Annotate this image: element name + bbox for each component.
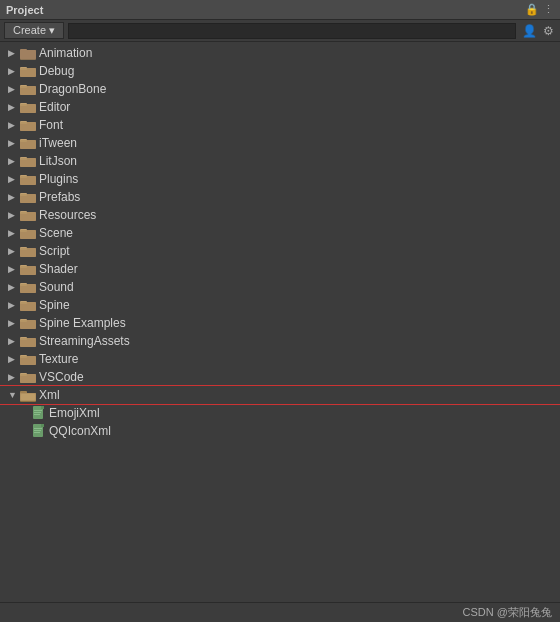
svg-rect-5	[20, 68, 36, 77]
watermark-bar: CSDN @荣阳兔兔	[0, 602, 560, 622]
svg-rect-41	[20, 284, 36, 293]
project-window: Project 🔒 ⋮ Create ▾ 👤 ⚙ ▶ Animation	[0, 0, 560, 622]
svg-rect-2	[20, 50, 36, 59]
folder-icon	[20, 119, 36, 132]
list-item[interactable]: ▶ Animation	[0, 44, 560, 62]
arrow-icon: ▶	[8, 66, 20, 76]
svg-rect-47	[20, 320, 36, 329]
file-tree[interactable]: ▶ Animation ▶ Debug ▶	[0, 42, 560, 602]
arrow-icon: ▶	[8, 300, 20, 310]
folder-icon	[20, 281, 36, 294]
watermark-text: CSDN @荣阳兔兔	[463, 605, 552, 620]
folder-icon	[20, 263, 36, 276]
arrow-icon: ▼	[8, 390, 20, 400]
svg-rect-65	[34, 412, 41, 413]
list-item[interactable]: ▶ QQIconXml	[0, 422, 560, 440]
arrow-icon: ▶	[8, 120, 20, 130]
item-label: Xml	[39, 388, 60, 402]
arrow-icon: ▶	[8, 228, 20, 238]
arrow-icon: ▶	[8, 138, 20, 148]
svg-rect-60	[21, 394, 35, 400]
list-item[interactable]: ▶ DragonBone	[0, 80, 560, 98]
arrow-icon: ▶	[8, 210, 20, 220]
list-item[interactable]: ▼ Xml	[0, 386, 560, 404]
arrow-icon: ▶	[8, 282, 20, 292]
item-label: DragonBone	[39, 82, 106, 96]
list-item[interactable]: ▶ iTween	[0, 134, 560, 152]
folder-icon	[20, 137, 36, 150]
item-label: Texture	[39, 352, 78, 366]
search-input[interactable]	[68, 23, 516, 39]
list-item[interactable]: ▶ Resources	[0, 206, 560, 224]
folder-icon	[20, 209, 36, 222]
arrow-icon: ▶	[8, 246, 20, 256]
svg-rect-50	[20, 338, 36, 347]
arrow-icon: ▶	[8, 264, 20, 274]
list-item[interactable]: ▶ Editor	[0, 98, 560, 116]
folder-icon	[20, 335, 36, 348]
svg-rect-71	[34, 430, 41, 431]
list-item[interactable]: ▶ Script	[0, 242, 560, 260]
svg-rect-64	[34, 410, 42, 411]
arrow-icon: ▶	[8, 336, 20, 346]
svg-rect-35	[20, 248, 36, 257]
svg-rect-69	[41, 424, 44, 427]
item-label: VSCode	[39, 370, 84, 384]
list-item[interactable]: ▶ Debug	[0, 62, 560, 80]
item-label: Resources	[39, 208, 96, 222]
list-item[interactable]: ▶ Plugins	[0, 170, 560, 188]
svg-rect-32	[20, 230, 36, 239]
list-item[interactable]: ▶ LitJson	[0, 152, 560, 170]
list-item[interactable]: ▶ Font	[0, 116, 560, 134]
folder-icon	[20, 317, 36, 330]
arrow-icon: ▶	[8, 156, 20, 166]
item-label: iTween	[39, 136, 77, 150]
list-item[interactable]: ▶ Sound	[0, 278, 560, 296]
list-item[interactable]: ▶ VSCode	[0, 368, 560, 386]
folder-icon	[20, 245, 36, 258]
title-bar-left: Project	[6, 4, 43, 16]
arrow-icon: ▶	[8, 318, 20, 328]
lock-icon[interactable]: 🔒	[525, 3, 539, 16]
list-item[interactable]: ▶ Spine	[0, 296, 560, 314]
create-button[interactable]: Create ▾	[4, 22, 64, 39]
list-item[interactable]: ▶ StreamingAssets	[0, 332, 560, 350]
item-label: EmojiXml	[49, 406, 100, 420]
svg-rect-11	[20, 104, 36, 113]
item-label: Sound	[39, 280, 74, 294]
svg-rect-26	[20, 194, 36, 203]
list-item[interactable]: ▶ Texture	[0, 350, 560, 368]
arrow-icon: ▶	[8, 372, 20, 382]
list-item[interactable]: ▶ Spine Examples	[0, 314, 560, 332]
more-icon[interactable]: ⋮	[543, 3, 554, 16]
svg-rect-56	[20, 374, 36, 383]
arrow-icon: ▶	[8, 192, 20, 202]
item-label: Spine	[39, 298, 70, 312]
folder-icon	[20, 191, 36, 204]
folder-icon	[20, 371, 36, 384]
list-item[interactable]: ▶ Shader	[0, 260, 560, 278]
arrow-icon: ▶	[8, 174, 20, 184]
svg-rect-44	[20, 302, 36, 311]
svg-rect-53	[20, 356, 36, 365]
person-icon[interactable]: 👤	[520, 24, 539, 38]
item-label: Animation	[39, 46, 92, 60]
toolbar: Create ▾ 👤 ⚙	[0, 20, 560, 42]
toolbar-icons: 👤 ⚙	[520, 24, 556, 38]
settings-icon[interactable]: ⚙	[541, 24, 556, 38]
svg-rect-29	[20, 212, 36, 221]
item-label: Scene	[39, 226, 73, 240]
title-bar-right: 🔒 ⋮	[525, 3, 554, 16]
svg-rect-20	[20, 158, 36, 167]
svg-rect-8	[20, 86, 36, 95]
item-label: Plugins	[39, 172, 78, 186]
list-item[interactable]: ▶ Prefabs	[0, 188, 560, 206]
svg-rect-17	[20, 140, 36, 149]
list-item[interactable]: ▶ EmojiXml	[0, 404, 560, 422]
item-label: Script	[39, 244, 70, 258]
arrow-icon: ▶	[8, 84, 20, 94]
folder-icon	[20, 65, 36, 78]
list-item[interactable]: ▶ Scene	[0, 224, 560, 242]
folder-open-icon	[20, 389, 36, 402]
file-icon	[32, 406, 46, 420]
